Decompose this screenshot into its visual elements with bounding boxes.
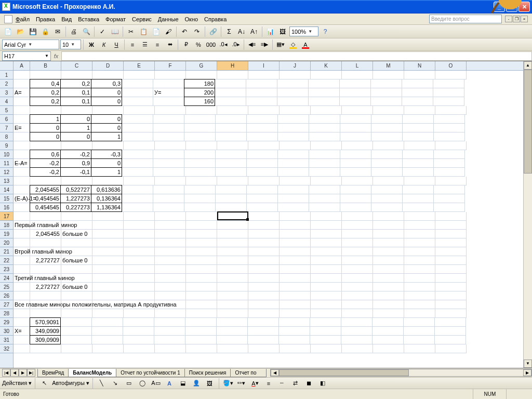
cell-C15[interactable]: 1,227273	[60, 194, 91, 203]
cell-L13[interactable]	[342, 177, 373, 185]
cell-N30[interactable]	[404, 327, 435, 336]
cell-J12[interactable]	[278, 168, 309, 177]
cell-J19[interactable]	[280, 230, 311, 238]
cell-O3[interactable]	[433, 88, 464, 97]
cell-H30[interactable]	[217, 327, 248, 336]
cell-C6[interactable]: 0	[60, 114, 91, 124]
cell-C9[interactable]	[61, 141, 92, 150]
cell-I24[interactable]	[248, 274, 280, 283]
row-header-32[interactable]: 32	[0, 344, 13, 353]
cell-H15[interactable]	[216, 194, 247, 203]
cell-K27[interactable]	[311, 300, 342, 309]
textbox-button[interactable]: A▭	[150, 378, 162, 389]
cell-C7[interactable]: 1	[60, 123, 91, 132]
cell-G6[interactable]	[184, 115, 216, 124]
align-left-button[interactable]: ≡	[127, 39, 138, 50]
column-header-N[interactable]: N	[404, 61, 435, 70]
cell-K21[interactable]	[311, 247, 342, 256]
cell-B8[interactable]: 0	[30, 132, 61, 141]
cell-O16[interactable]	[434, 203, 465, 212]
cell-B28[interactable]	[30, 309, 61, 318]
cell-L31[interactable]	[341, 336, 373, 344]
cell-D14[interactable]: 0,613636	[91, 185, 122, 194]
cell-M6[interactable]	[371, 115, 403, 124]
cell-B1[interactable]	[30, 71, 61, 79]
cell-O1[interactable]	[435, 71, 467, 79]
cell-J14[interactable]	[278, 185, 309, 194]
cell-K30[interactable]	[310, 327, 341, 336]
cell-D11[interactable]: 0	[91, 158, 122, 168]
cell-J18[interactable]	[280, 221, 311, 230]
cell-O13[interactable]	[435, 177, 467, 185]
cell-G13[interactable]	[186, 177, 217, 185]
cell-N13[interactable]	[404, 177, 435, 185]
cell-A9[interactable]	[14, 141, 30, 150]
cell-D26[interactable]	[92, 291, 124, 300]
cell-K31[interactable]	[310, 336, 341, 344]
cell-L3[interactable]	[340, 88, 371, 97]
scroll-down-button[interactable]: ▼	[524, 360, 532, 368]
cell-M22[interactable]	[373, 256, 404, 265]
cell-B32[interactable]	[30, 344, 61, 353]
cell-B12[interactable]: -0,2	[30, 167, 61, 177]
cell-C3[interactable]: 0,1	[60, 88, 91, 97]
cell-F6[interactable]	[153, 115, 184, 124]
cell-N22[interactable]	[404, 256, 435, 265]
cell-E28[interactable]	[124, 309, 155, 318]
cell-B17[interactable]	[30, 212, 61, 221]
3d-button[interactable]: ◧	[317, 378, 328, 389]
cell-D5[interactable]	[92, 106, 124, 115]
cell-K25[interactable]	[311, 283, 342, 291]
font-size-combo[interactable]: 10▼	[60, 39, 81, 49]
cell-L14[interactable]	[340, 185, 371, 194]
cell-B23[interactable]	[30, 265, 61, 274]
cell-D4[interactable]: 0	[91, 97, 122, 106]
cell-M31[interactable]	[373, 336, 404, 344]
chart-button[interactable]: 📊	[264, 26, 276, 37]
research-button[interactable]: 📖	[109, 26, 121, 37]
cell-A15[interactable]: (E-A)-1=	[14, 194, 30, 203]
cell-N25[interactable]	[404, 283, 435, 291]
cell-I29[interactable]	[248, 318, 279, 327]
spellcheck-button[interactable]: ✓	[97, 26, 108, 37]
cell-G5[interactable]	[186, 106, 217, 115]
sort-asc-button[interactable]: A↓	[236, 26, 247, 37]
cell-A31[interactable]	[14, 336, 30, 344]
cell-I1[interactable]	[248, 71, 280, 79]
menu-help[interactable]: Справка	[204, 16, 227, 22]
cell-E26[interactable]	[124, 291, 155, 300]
cell-C30[interactable]	[61, 327, 92, 336]
cell-L6[interactable]	[340, 115, 371, 124]
cell-M20[interactable]	[373, 238, 404, 247]
cell-E15[interactable]	[122, 194, 153, 203]
column-header-K[interactable]: K	[311, 61, 342, 70]
cell-D21[interactable]	[92, 247, 124, 256]
cell-K7[interactable]	[309, 124, 340, 132]
cell-F11[interactable]	[153, 159, 184, 168]
horizontal-scrollbar[interactable]: ◀ ▶	[270, 369, 532, 377]
column-header-B[interactable]: B	[30, 61, 61, 70]
row-header-27[interactable]: 27	[0, 300, 13, 309]
cell-D25[interactable]	[92, 283, 124, 291]
row-header-3[interactable]: 3	[0, 88, 13, 97]
cell-N20[interactable]	[404, 238, 435, 247]
row-header-19[interactable]: 19	[0, 230, 13, 238]
cell-A30[interactable]: X=	[14, 327, 30, 336]
cell-O9[interactable]	[435, 141, 467, 150]
underline-button[interactable]: Ч	[111, 39, 122, 50]
cell-N32[interactable]	[404, 344, 435, 353]
cell-H10[interactable]	[216, 150, 247, 159]
cell-H13[interactable]	[217, 177, 248, 185]
cell-A7[interactable]: E=	[14, 124, 30, 132]
cell-J13[interactable]	[280, 177, 311, 185]
cell-B2[interactable]: 0,4	[30, 79, 61, 88]
cell-D18[interactable]	[92, 221, 124, 230]
cell-I26[interactable]	[248, 291, 280, 300]
cell-D30[interactable]	[92, 327, 123, 336]
cell-B19[interactable]: 2,045455	[30, 230, 61, 238]
cell-G17[interactable]	[186, 212, 217, 221]
cell-I16[interactable]	[247, 203, 278, 212]
cell-I4[interactable]	[246, 97, 277, 106]
cell-M25[interactable]	[373, 283, 404, 291]
row-header-9[interactable]: 9	[0, 141, 13, 150]
